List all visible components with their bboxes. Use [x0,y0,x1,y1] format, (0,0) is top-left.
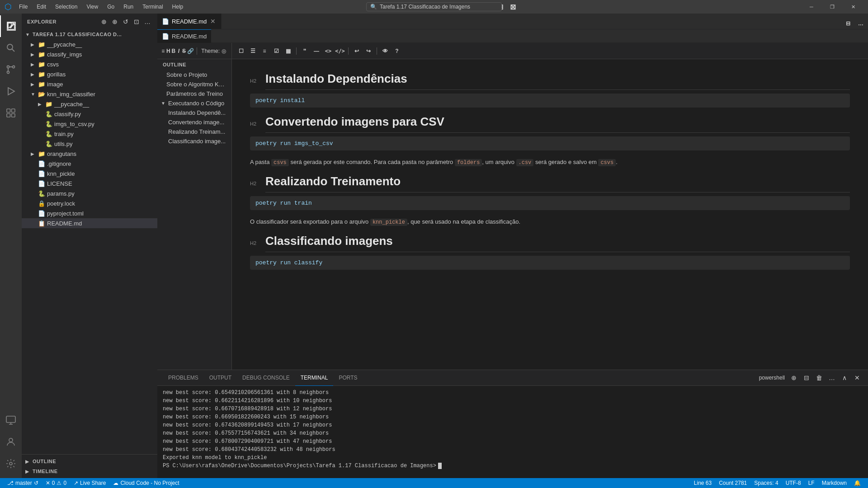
tree-item-pyproject-toml[interactable]: 📄 pyproject.toml [22,208,157,218]
tree-root-label[interactable]: ▼ TAREFA 1.17 CLASSIFICACAO D... [22,29,157,39]
status-branch[interactable]: ⎇ master ↺ [4,478,42,488]
status-encoding[interactable]: UTF-8 [782,478,805,488]
tree-item-poetry-lock[interactable]: 🔒 poetry.lock [22,198,157,208]
outline-item-convertendo[interactable]: Convertendo image... [157,117,231,127]
status-indent[interactable]: Spaces: 4 [750,478,782,488]
tree-item-classify-py[interactable]: 🐍 classify.py [22,109,157,119]
tb-ul-icon[interactable]: ☰ [247,46,258,56]
split-editor-button[interactable]: ⊟ [843,18,854,29]
toolbar-link-icon[interactable]: 🔗 [187,46,194,56]
tb-check-icon[interactable]: ☑ [271,46,282,56]
status-cloud-code[interactable]: ☁ Cloud Code - No Project [109,478,183,488]
menu-go[interactable]: Go [104,3,118,11]
close-button[interactable]: ✕ [843,0,863,14]
refresh-button[interactable]: ↺ [121,17,130,26]
terminal-content[interactable]: new best score: 0.6549210206561361 with … [157,386,868,478]
extensions-activity-icon[interactable] [0,102,22,124]
tb-ol-icon[interactable]: ≡ [259,46,270,56]
tb-hr-icon[interactable]: — [311,46,322,56]
menu-run[interactable]: Run [120,3,137,11]
tree-item-knn-img-classifier[interactable]: ▼ 📂 knn_img_classifier [22,89,157,99]
outline-item-executando[interactable]: ▼ Executando o Código [157,99,231,108]
terminal-more-button[interactable]: … [826,372,837,383]
menu-file[interactable]: File [15,3,31,11]
settings-activity-icon[interactable] [0,453,22,474]
tree-item---pycache--[interactable]: ▶ 📁 __pycache__ [22,39,157,49]
outline-item-realizando[interactable]: Realizando Treinam... [157,127,231,136]
more-actions-button[interactable]: … [143,17,152,26]
collapse-all-button[interactable]: ⊡ [132,17,141,26]
outline-section-header[interactable]: ▶ OUTLINE [22,456,157,466]
tree-item-orangutans[interactable]: ▶ 📁 orangutans [22,149,157,159]
tb-table-icon[interactable]: ▦ [283,46,293,56]
title-search[interactable]: 🔍 Tarefa 1.17 Classificacao de Imagens [366,2,502,11]
explorer-activity-icon[interactable] [0,15,22,37]
tab-terminal[interactable]: TERMINAL [295,370,334,386]
tree-item---pycache--[interactable]: ▶ 📁 __pycache__ [22,99,157,109]
outline-item-sobre-knn[interactable]: Sobre o Algoritmo KNN [157,80,231,89]
tree-item-csvs[interactable]: ▶ 📁 csvs [22,59,157,69]
new-folder-button[interactable]: ⊕ [110,17,119,26]
toolbar-bold-icon[interactable]: B [171,46,176,56]
toolbar-list-icon[interactable]: ≡ [161,46,165,56]
status-errors[interactable]: ✕ 0 ⚠ 0 [42,478,70,488]
menu-terminal[interactable]: Terminal [139,3,166,11]
status-live-share[interactable]: ↗ Live Share [70,478,109,488]
terminal-close-button[interactable]: ✕ [852,372,863,383]
tb-redo-icon[interactable]: ↪ [363,46,374,56]
status-notifications[interactable]: 🔔 [850,478,864,488]
terminal-maximize-button[interactable]: ∧ [839,372,850,383]
run-debug-activity-icon[interactable] [0,80,22,102]
tab-problems[interactable]: PROBLEMS [163,370,204,386]
menu-view[interactable]: View [83,3,102,11]
outline-item-sobre-projeto[interactable]: Sobre o Projeto [157,70,231,80]
tree-item-utils-py[interactable]: 🐍 utils.py [22,139,157,149]
tree-item-readme-md[interactable]: 📋 README.md [22,218,157,228]
status-language[interactable]: Markdown [818,478,850,488]
more-tab-actions[interactable]: … [855,18,866,29]
tab-ports[interactable]: PORTS [333,370,363,386]
status-count-info[interactable]: Count 2781 [715,478,750,488]
tb-view-icon[interactable]: ☐ [236,46,246,56]
tb-preview-icon[interactable]: 👁 [380,46,391,56]
tree-item-knn-pickle[interactable]: 📄 knn_pickle [22,169,157,178]
tree-item-image[interactable]: ▶ 📁 image [22,79,157,89]
tree-item-imgs-to-csv-py[interactable]: 🐍 imgs_to_csv.py [22,119,157,129]
preview-tab[interactable]: 📄 README.md [157,29,211,43]
layout-icon-4[interactable]: ⊠ [508,1,519,12]
tb-help-icon[interactable]: ? [392,46,402,56]
terminal-trash-button[interactable]: 🗑 [814,372,825,383]
toolbar-strikethrough-icon[interactable]: S [182,46,186,56]
terminal-add-button[interactable]: ⊕ [788,372,799,383]
tb-inline-code-icon[interactable]: <> [323,46,334,56]
tree-item-gorillas[interactable]: ▶ 📁 gorillas [22,69,157,79]
tb-undo-icon[interactable]: ↩ [351,46,362,56]
tb-code-block-icon[interactable]: </> [335,46,345,56]
source-control-activity-icon[interactable] [0,59,22,80]
tree-item-license[interactable]: 📄 LICENSE [22,178,157,188]
maximize-button[interactable]: ❐ [822,0,843,14]
minimize-button[interactable]: ─ [801,0,822,14]
tab-close-button[interactable]: ✕ [209,18,217,25]
remote-explorer-activity-icon[interactable] [0,409,22,431]
tab-readme-md[interactable]: 📄 README.md ✕ [157,14,222,29]
status-line-info[interactable]: Line 63 [690,478,715,488]
markdown-content[interactable]: H2 Instalando Dependências poetry instal… [232,59,868,370]
outline-item-classificando[interactable]: Classificando image... [157,136,231,146]
toolbar-theme-icon[interactable]: ◎ [222,48,226,54]
status-eol[interactable]: LF [805,478,818,488]
menu-edit[interactable]: Edit [33,3,50,11]
search-activity-icon[interactable] [0,37,22,59]
tb-quote-icon[interactable]: " [299,46,310,56]
tree-item-classify-imgs[interactable]: ▶ 📁 classify_imgs [22,49,157,59]
tree-item-params-py[interactable]: 🐍 params.py [22,188,157,198]
menu-help[interactable]: Help [169,3,187,11]
outline-item-params[interactable]: Parâmetros de Treino [157,89,231,99]
accounts-activity-icon[interactable] [0,431,22,453]
tab-debug-console[interactable]: DEBUG CONSOLE [237,370,295,386]
toolbar-italic-icon[interactable]: I [177,46,181,56]
menu-selection[interactable]: Selection [52,3,81,11]
toolbar-h-icon[interactable]: H [166,46,171,56]
outline-item-instalando[interactable]: Instalando Dependê... [157,108,231,117]
tree-item--gitignore[interactable]: 📄 .gitignore [22,159,157,169]
